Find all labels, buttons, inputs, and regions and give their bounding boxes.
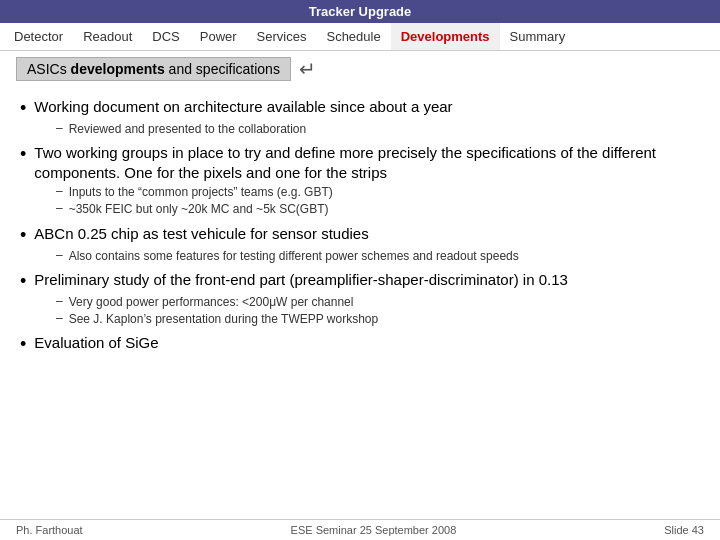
sub-text-b2s2: ~350k FEIC but only ~20k MC and ~5k SC(G…: [69, 201, 329, 217]
nav-item-schedule[interactable]: Schedule: [316, 23, 390, 50]
sub-dash: –: [56, 121, 63, 135]
bullet-text-b4: Preliminary study of the front-end part …: [34, 270, 568, 290]
sub-dash: –: [56, 294, 63, 308]
nav-item-readout[interactable]: Readout: [73, 23, 142, 50]
footer: Ph. Farthouat ESE Seminar 25 September 2…: [0, 519, 720, 540]
sub-dash: –: [56, 248, 63, 262]
bullet-b1: •Working document on architecture availa…: [20, 97, 700, 119]
footer-right: Slide 43: [664, 524, 704, 536]
main-content: •Working document on architecture availa…: [0, 87, 720, 361]
bullet-text-b2: Two working groups in place to try and d…: [34, 143, 700, 182]
section-heading-box: ASICs developments and specifications: [16, 57, 291, 81]
bullet-dot: •: [20, 271, 26, 292]
sub-dash: –: [56, 201, 63, 215]
bullet-text-b1: Working document on architecture availab…: [34, 97, 452, 117]
sub-text-b4s1: Very good power performances: <200μW per…: [69, 294, 354, 310]
sub-bullet-b2s2: –~350k FEIC but only ~20k MC and ~5k SC(…: [56, 201, 700, 217]
sub-text-b3s1: Also contains some features for testing …: [69, 248, 519, 264]
bullet-dot: •: [20, 334, 26, 355]
bullet-text-b5: Evaluation of SiGe: [34, 333, 158, 353]
title-text: Tracker Upgrade: [309, 4, 412, 19]
footer-left: Ph. Farthouat: [16, 524, 83, 536]
heading-bold: developments: [71, 61, 165, 77]
bullet-b5: •Evaluation of SiGe: [20, 333, 700, 355]
title-bar: Tracker Upgrade: [0, 0, 720, 23]
sub-bullet-b4s2: –See J. Kaplon’s presentation during the…: [56, 311, 700, 327]
sub-dash: –: [56, 311, 63, 325]
nav-item-detector[interactable]: Detector: [4, 23, 73, 50]
footer-center: ESE Seminar 25 September 2008: [291, 524, 457, 536]
sub-bullet-b3s1: –Also contains some features for testing…: [56, 248, 700, 264]
bullet-b2: •Two working groups in place to try and …: [20, 143, 700, 182]
bullet-b4: •Preliminary study of the front-end part…: [20, 270, 700, 292]
bullet-b3: •ABCn 0.25 chip as test vehicule for sen…: [20, 224, 700, 246]
nav-item-developments[interactable]: Developments: [391, 23, 500, 50]
sub-bullet-b1s1: –Reviewed and presented to the collabora…: [56, 121, 700, 137]
bullet-dot: •: [20, 98, 26, 119]
nav-item-power[interactable]: Power: [190, 23, 247, 50]
heading-suffix: and specifications: [165, 61, 280, 77]
nav-item-dcs[interactable]: DCS: [142, 23, 189, 50]
nav-bar: DetectorReadoutDCSPowerServicesScheduleD…: [0, 23, 720, 51]
bullet-text-b3: ABCn 0.25 chip as test vehicule for sens…: [34, 224, 368, 244]
sub-bullet-b2s1: –Inputs to the “common projects” teams (…: [56, 184, 700, 200]
heading-prefix: ASICs: [27, 61, 71, 77]
bullet-dot: •: [20, 225, 26, 246]
section-heading: ASICs developments and specifications ↵: [0, 51, 720, 87]
sub-dash: –: [56, 184, 63, 198]
sub-text-b2s1: Inputs to the “common projects” teams (e…: [69, 184, 333, 200]
sub-text-b4s2: See J. Kaplon’s presentation during the …: [69, 311, 379, 327]
heading-arrow: ↵: [299, 57, 316, 81]
sub-text-b1s1: Reviewed and presented to the collaborat…: [69, 121, 307, 137]
nav-item-services[interactable]: Services: [247, 23, 317, 50]
sub-bullet-b4s1: –Very good power performances: <200μW pe…: [56, 294, 700, 310]
nav-item-summary[interactable]: Summary: [500, 23, 576, 50]
bullet-dot: •: [20, 144, 26, 165]
